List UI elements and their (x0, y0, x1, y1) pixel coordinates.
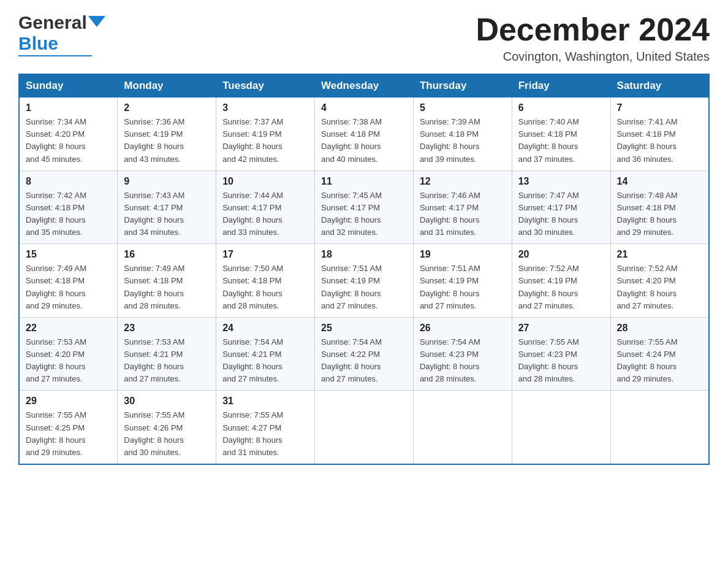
day-number: 5 (420, 102, 506, 113)
day-info: Sunrise: 7:55 AMSunset: 4:23 PMDaylight:… (518, 337, 579, 383)
day-number: 10 (222, 176, 308, 187)
calendar-cell: 29 Sunrise: 7:55 AMSunset: 4:25 PMDaylig… (19, 391, 118, 464)
day-number: 29 (26, 396, 111, 407)
day-number: 6 (518, 102, 604, 113)
day-number: 13 (518, 176, 604, 187)
col-tuesday: Tuesday (216, 74, 315, 98)
day-number: 16 (124, 249, 210, 260)
day-number: 15 (26, 249, 111, 260)
calendar-cell: 7 Sunrise: 7:41 AMSunset: 4:18 PMDayligh… (610, 98, 709, 171)
calendar-cell (413, 391, 512, 464)
day-info: Sunrise: 7:47 AMSunset: 4:17 PMDaylight:… (518, 191, 579, 237)
calendar-cell: 8 Sunrise: 7:42 AMSunset: 4:18 PMDayligh… (19, 170, 118, 244)
calendar-cell: 16 Sunrise: 7:49 AMSunset: 4:18 PMDaylig… (118, 244, 216, 318)
calendar-cell: 15 Sunrise: 7:49 AMSunset: 4:18 PMDaylig… (19, 244, 118, 318)
calendar-week-row: 22 Sunrise: 7:53 AMSunset: 4:20 PMDaylig… (19, 317, 709, 391)
day-info: Sunrise: 7:53 AMSunset: 4:21 PMDaylight:… (124, 337, 184, 383)
day-info: Sunrise: 7:40 AMSunset: 4:18 PMDaylight:… (518, 117, 579, 163)
day-info: Sunrise: 7:52 AMSunset: 4:20 PMDaylight:… (617, 264, 678, 310)
day-info: Sunrise: 7:49 AMSunset: 4:18 PMDaylight:… (26, 264, 86, 310)
calendar-cell: 21 Sunrise: 7:52 AMSunset: 4:20 PMDaylig… (610, 244, 709, 318)
logo-general: General (18, 12, 87, 33)
logo-underline (18, 55, 92, 56)
day-number: 18 (321, 249, 407, 260)
logo-arrow-icon (88, 16, 105, 27)
day-info: Sunrise: 7:55 AMSunset: 4:26 PMDaylight:… (124, 410, 184, 456)
calendar-cell: 28 Sunrise: 7:55 AMSunset: 4:24 PMDaylig… (610, 317, 709, 391)
calendar-cell: 25 Sunrise: 7:54 AMSunset: 4:22 PMDaylig… (315, 317, 414, 391)
col-saturday: Saturday (610, 74, 709, 98)
day-info: Sunrise: 7:55 AMSunset: 4:24 PMDaylight:… (617, 337, 678, 383)
day-number: 2 (124, 102, 210, 113)
calendar-week-row: 8 Sunrise: 7:42 AMSunset: 4:18 PMDayligh… (19, 170, 709, 244)
day-info: Sunrise: 7:51 AMSunset: 4:19 PMDaylight:… (321, 264, 382, 310)
calendar-cell: 2 Sunrise: 7:36 AMSunset: 4:19 PMDayligh… (118, 98, 216, 171)
day-number: 27 (518, 323, 604, 334)
month-title: December 2024 (476, 12, 710, 47)
day-number: 26 (420, 323, 506, 334)
calendar-cell: 9 Sunrise: 7:43 AMSunset: 4:17 PMDayligh… (118, 170, 216, 244)
calendar-cell: 20 Sunrise: 7:52 AMSunset: 4:19 PMDaylig… (512, 244, 610, 318)
day-info: Sunrise: 7:42 AMSunset: 4:18 PMDaylight:… (26, 191, 86, 237)
day-info: Sunrise: 7:51 AMSunset: 4:19 PMDaylight:… (420, 264, 480, 310)
day-number: 24 (222, 323, 308, 334)
day-info: Sunrise: 7:53 AMSunset: 4:20 PMDaylight:… (26, 337, 86, 383)
day-number: 25 (321, 323, 407, 334)
day-info: Sunrise: 7:46 AMSunset: 4:17 PMDaylight:… (420, 191, 480, 237)
calendar-cell: 1 Sunrise: 7:34 AMSunset: 4:20 PMDayligh… (19, 98, 118, 171)
logo: General Blue (18, 12, 105, 56)
col-thursday: Thursday (413, 74, 512, 98)
location: Covington, Washington, United States (476, 50, 710, 64)
day-number: 22 (26, 323, 111, 334)
calendar-cell: 26 Sunrise: 7:54 AMSunset: 4:23 PMDaylig… (413, 317, 512, 391)
calendar-cell: 30 Sunrise: 7:55 AMSunset: 4:26 PMDaylig… (118, 391, 216, 464)
day-number: 20 (518, 249, 604, 260)
day-info: Sunrise: 7:44 AMSunset: 4:17 PMDaylight:… (222, 191, 283, 237)
day-number: 23 (124, 323, 210, 334)
day-info: Sunrise: 7:49 AMSunset: 4:18 PMDaylight:… (124, 264, 184, 310)
calendar-cell: 27 Sunrise: 7:55 AMSunset: 4:23 PMDaylig… (512, 317, 610, 391)
page-header: General Blue December 2024 Covington, Wa… (18, 12, 710, 64)
logo-blue: Blue (18, 33, 58, 53)
day-number: 9 (124, 176, 210, 187)
calendar-cell: 17 Sunrise: 7:50 AMSunset: 4:18 PMDaylig… (216, 244, 315, 318)
calendar-cell: 5 Sunrise: 7:39 AMSunset: 4:18 PMDayligh… (413, 98, 512, 171)
day-info: Sunrise: 7:37 AMSunset: 4:19 PMDaylight:… (222, 117, 283, 163)
day-info: Sunrise: 7:55 AMSunset: 4:25 PMDaylight:… (26, 410, 86, 456)
day-number: 1 (26, 102, 111, 113)
calendar-cell: 24 Sunrise: 7:54 AMSunset: 4:21 PMDaylig… (216, 317, 315, 391)
day-number: 17 (222, 249, 308, 260)
day-number: 19 (420, 249, 506, 260)
day-number: 28 (617, 323, 702, 334)
calendar-cell: 13 Sunrise: 7:47 AMSunset: 4:17 PMDaylig… (512, 170, 610, 244)
day-number: 21 (617, 249, 702, 260)
day-info: Sunrise: 7:54 AMSunset: 4:23 PMDaylight:… (420, 337, 480, 383)
calendar-cell: 19 Sunrise: 7:51 AMSunset: 4:19 PMDaylig… (413, 244, 512, 318)
day-info: Sunrise: 7:36 AMSunset: 4:19 PMDaylight:… (124, 117, 184, 163)
day-info: Sunrise: 7:34 AMSunset: 4:20 PMDaylight:… (26, 117, 86, 163)
calendar-cell: 22 Sunrise: 7:53 AMSunset: 4:20 PMDaylig… (19, 317, 118, 391)
calendar-cell: 3 Sunrise: 7:37 AMSunset: 4:19 PMDayligh… (216, 98, 315, 171)
calendar-cell: 23 Sunrise: 7:53 AMSunset: 4:21 PMDaylig… (118, 317, 216, 391)
day-number: 14 (617, 176, 702, 187)
calendar-week-row: 1 Sunrise: 7:34 AMSunset: 4:20 PMDayligh… (19, 98, 709, 171)
calendar-cell: 4 Sunrise: 7:38 AMSunset: 4:18 PMDayligh… (315, 98, 414, 171)
calendar-cell: 10 Sunrise: 7:44 AMSunset: 4:17 PMDaylig… (216, 170, 315, 244)
day-number: 3 (222, 102, 308, 113)
day-info: Sunrise: 7:41 AMSunset: 4:18 PMDaylight:… (617, 117, 678, 163)
col-monday: Monday (118, 74, 216, 98)
day-number: 12 (420, 176, 506, 187)
day-info: Sunrise: 7:52 AMSunset: 4:19 PMDaylight:… (518, 264, 579, 310)
calendar-cell: 11 Sunrise: 7:45 AMSunset: 4:17 PMDaylig… (315, 170, 414, 244)
calendar-header-row: Sunday Monday Tuesday Wednesday Thursday… (19, 74, 709, 98)
calendar-week-row: 15 Sunrise: 7:49 AMSunset: 4:18 PMDaylig… (19, 244, 709, 318)
day-info: Sunrise: 7:38 AMSunset: 4:18 PMDaylight:… (321, 117, 382, 163)
col-wednesday: Wednesday (315, 74, 414, 98)
day-number: 11 (321, 176, 407, 187)
calendar-cell (610, 391, 709, 464)
calendar-cell: 18 Sunrise: 7:51 AMSunset: 4:19 PMDaylig… (315, 244, 414, 318)
day-info: Sunrise: 7:43 AMSunset: 4:17 PMDaylight:… (124, 191, 184, 237)
day-info: Sunrise: 7:50 AMSunset: 4:18 PMDaylight:… (222, 264, 283, 310)
col-friday: Friday (512, 74, 610, 98)
day-number: 7 (617, 102, 702, 113)
